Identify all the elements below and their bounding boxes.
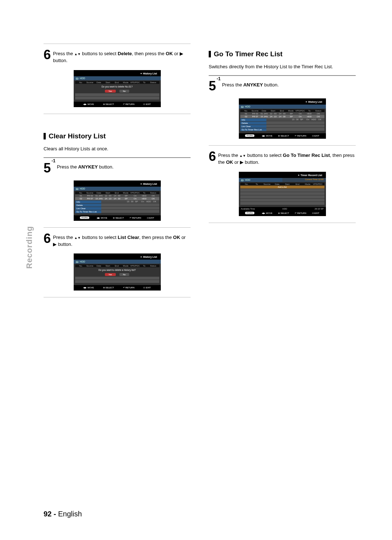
available-time-label: Available Time — [241, 208, 255, 210]
hdd-icon: 🖴 — [76, 187, 78, 190]
section-description: Switches directly from the History List … — [209, 64, 356, 69]
step-5-anykey-right: 5-1 Press the ANYKEY button. — [209, 80, 356, 93]
anykey-badge: Anykey — [245, 134, 254, 137]
menu-info[interactable]: Info — [75, 200, 101, 203]
no-button[interactable]: No — [119, 273, 130, 276]
anykey-badge: Anykey — [80, 216, 89, 219]
up-down-icon: ▲▼ — [74, 52, 81, 56]
menu-delete[interactable]: Delete — [240, 122, 266, 125]
menu-info[interactable]: Info — [240, 118, 266, 121]
section-description: Clears all History Lists at once. — [44, 146, 191, 151]
menu-delete[interactable]: Delete — [75, 204, 101, 207]
screenshot-anykey-menu-left: ✦History List 🖴HDD No.SourceDateStartEnd… — [74, 180, 161, 221]
hdd-icon: 🖴 — [241, 105, 244, 108]
hdd-icon: 🖴 — [241, 179, 244, 181]
hdd-icon: 🖴 — [76, 260, 78, 263]
step-6-goto: 6 Press the ▲▼ buttons to select Go To T… — [209, 150, 356, 166]
current-time: Current Time 12:00 — [282, 178, 326, 182]
up-down-icon: ▲▼ — [240, 154, 246, 158]
page-content: 6 Press the ▲▼ buttons to select Delete,… — [0, 0, 392, 316]
screenshot-anykey-menu-right: ✦History List 🖴HDD No.SourceDateStartEnd… — [239, 98, 326, 139]
left-column: 6 Press the ▲▼ buttons to select Delete,… — [44, 44, 191, 302]
up-down-icon: ▲▼ — [74, 236, 81, 240]
step-number: 6 — [44, 48, 51, 61]
section-goto-timer: Go To Timer Rec List — [209, 50, 356, 58]
yes-button[interactable]: Yes — [105, 90, 116, 93]
anykey-badge: Anykey — [245, 212, 254, 214]
menu-goto-timer[interactable]: Go To Timer Rec List — [75, 210, 101, 213]
step-6-delete: 6 Press the ▲▼ buttons to select Delete,… — [44, 48, 191, 64]
menu-list-clear[interactable]: List Clear — [75, 207, 101, 210]
page-number: 92 - — [44, 510, 56, 518]
screenshot-timer-record-list: ✦Timer Record List 🖴HDD Current Time 12:… — [239, 172, 326, 216]
yes-button[interactable]: Yes — [105, 273, 116, 276]
step-5-anykey-left: 5-1 Press the ANYKEY button. — [44, 162, 191, 175]
step-6-listclear: 6 Press the ▲▼ buttons to select List Cl… — [44, 232, 191, 248]
screenshot-delete-confirm: ✦History List 🖴HDD No.SourceDateStartEnd… — [74, 70, 161, 107]
menu-goto-timer[interactable]: Go To Timer Rec List — [240, 128, 266, 131]
side-chapter-tab: Recording — [25, 226, 34, 269]
add-list-row[interactable]: Add a list — [240, 186, 324, 188]
right-column: Go To Timer Rec List Switches directly f… — [209, 44, 356, 302]
hdd-icon: 🖴 — [76, 77, 78, 80]
section-clear-history: Clear History List — [44, 132, 191, 140]
no-button[interactable]: No — [119, 90, 130, 93]
page-language: English — [58, 510, 82, 518]
screenshot-clear-confirm: ✦History List 🖴HDD No.SourceDateStartEnd… — [74, 253, 161, 291]
page-footer: 92 - English — [44, 510, 82, 518]
menu-list-clear[interactable]: List Clear — [240, 125, 266, 128]
